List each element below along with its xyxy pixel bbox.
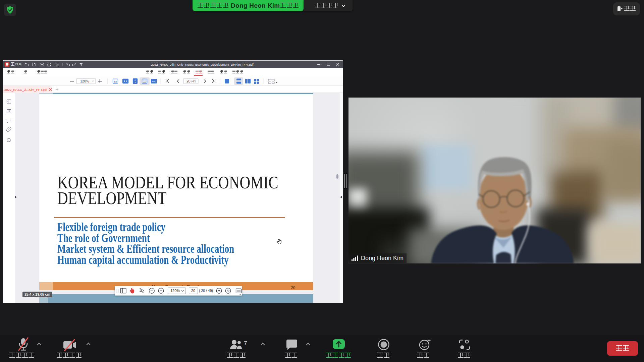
svg-text:1:1: 1:1	[114, 80, 118, 83]
svg-text:FULL: FULL	[152, 80, 157, 82]
svg-text:120%: 120%	[170, 289, 180, 293]
svg-text:120%: 120%	[80, 79, 89, 83]
svg-text:/49: /49	[191, 79, 196, 83]
svg-text:20: 20	[191, 289, 195, 293]
svg-text:20: 20	[186, 79, 191, 83]
svg-text:( 20 / 49): ( 20 / 49)	[199, 289, 213, 293]
